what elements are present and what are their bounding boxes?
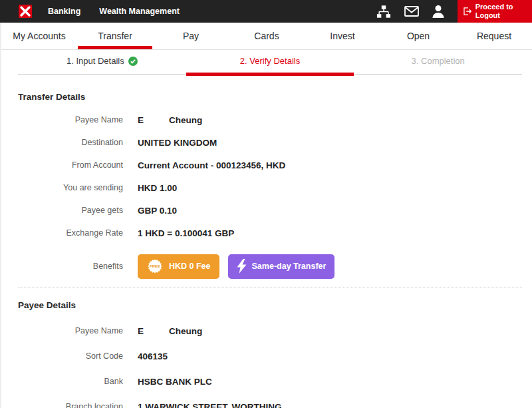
top-bar: Banking Wealth Management (0, 0, 532, 23)
row-label: From Account (18, 160, 123, 170)
row-sort-code: Sort Code 406135 (18, 343, 522, 369)
row-label: You are sending (18, 183, 123, 192)
content-frame: My Accounts Transfer Pay Cards Invest Op… (0, 23, 532, 408)
benefits-label: Benefits (18, 262, 123, 271)
row-value: 1 HKD = 0.100041 GBP (138, 228, 234, 238)
badge-zero-fee-label: HKD 0 Fee (169, 262, 211, 271)
hsbc-logo-icon (19, 5, 32, 18)
row-value: Current Account - 000123456, HKD (138, 160, 285, 170)
row-exchange-rate: Exchange Rate 1 HKD = 0.100041 GBP (18, 222, 522, 244)
nav-tab-open[interactable]: Open (380, 23, 456, 49)
topbar-actions: Proceed to Logout (376, 0, 532, 23)
payee-first-name: E (138, 326, 144, 336)
section-divider (18, 288, 522, 288)
step-indicator: 1. Input Details 2. Verify Details 3. Co… (18, 56, 522, 75)
step-completion-label: 3. Completion (412, 56, 465, 66)
benefit-badges: FREE HKD 0 Fee Same-day Transfer (138, 254, 334, 279)
payee-details-heading: Payee Details (18, 300, 522, 310)
row-benefits: Benefits FREE HKD 0 Fee (18, 250, 522, 283)
step-input-details-label: 1. Input Details (66, 56, 124, 66)
step-verify-details-label: 2. Verify Details (240, 56, 300, 66)
step-verify-details: 2. Verify Details (186, 56, 354, 74)
check-icon (128, 57, 138, 66)
svg-text:FREE: FREE (150, 264, 160, 268)
payee-last-name: Cheung (169, 326, 202, 336)
row-label: Payee gets (18, 206, 123, 215)
row-label: Payee Name (18, 115, 123, 124)
nav-tab-request[interactable]: Request (456, 23, 532, 49)
badge-zero-fee: FREE HKD 0 Fee (138, 254, 219, 279)
row-label: Payee Name (18, 326, 123, 335)
proceed-to-logout-button[interactable]: Proceed to Logout (458, 0, 532, 23)
row-bank: Bank HSBC BANK PLC (18, 369, 522, 394)
row-you-are-sending: You are sending HKD 1.00 (18, 176, 522, 199)
row-value: HSBC BANK PLC (138, 377, 212, 387)
row-branch-location: Branch location 1 WARWICK STREET, WORTHI… (18, 394, 522, 408)
payee-first-name: E (138, 115, 144, 125)
badge-same-day-transfer-label: Same-day Transfer (252, 262, 327, 271)
profile-icon[interactable] (432, 5, 444, 18)
nav-tab-transfer[interactable]: Transfer (77, 23, 153, 49)
payee-last-name: Cheung (169, 115, 202, 125)
nav-tab-my-accounts[interactable]: My Accounts (1, 23, 77, 49)
row-from-account: From Account Current Account - 000123456… (18, 154, 522, 176)
hsbc-logo[interactable] (19, 5, 32, 18)
transfer-details-heading: Transfer Details (18, 92, 522, 102)
badge-same-day-transfer: Same-day Transfer (228, 254, 335, 279)
row-label: Exchange Rate (18, 228, 123, 238)
free-burst-icon: FREE (146, 258, 164, 275)
row-label: Bank (18, 377, 123, 386)
row-label: Destination (18, 138, 123, 147)
row-value: ECheung (138, 326, 202, 336)
payee-details-section: Payee Details Payee Name ECheung Sort Co… (18, 300, 522, 408)
lightning-icon (237, 259, 247, 274)
logout-icon (463, 6, 471, 17)
row-label: Sort Code (18, 351, 123, 361)
row-value: UNITED KINGDOM (138, 138, 217, 148)
row-label: Branch location (18, 402, 123, 408)
sitemap-icon[interactable] (376, 5, 391, 19)
row-payee-gets: Payee gets GBP 0.10 (18, 199, 522, 222)
row-destination: Destination UNITED KINGDOM (18, 131, 522, 154)
row-payee-name: Payee Name ECheung (18, 108, 522, 131)
row-payee-name: Payee Name ECheung (18, 318, 522, 343)
row-value: GBP 0.10 (138, 206, 177, 216)
topbar-tab-wealth-management[interactable]: Wealth Management (99, 7, 180, 16)
main-navigation: My Accounts Transfer Pay Cards Invest Op… (1, 23, 532, 50)
step-completion: 3. Completion (354, 56, 522, 74)
topbar-tab-banking[interactable]: Banking (48, 7, 80, 16)
row-value: 1 WARWICK STREET, WORTHING (138, 402, 282, 408)
row-value: ECheung (138, 115, 202, 125)
logout-label: Proceed to Logout (475, 3, 527, 20)
nav-tab-cards[interactable]: Cards (229, 23, 305, 49)
row-value: HKD 1.00 (138, 183, 177, 193)
nav-tab-invest[interactable]: Invest (305, 23, 380, 49)
step-input-details: 1. Input Details (18, 56, 186, 74)
transfer-details-section: Transfer Details Payee Name ECheung Dest… (18, 92, 522, 283)
row-value: 406135 (138, 351, 168, 361)
nav-tab-pay[interactable]: Pay (153, 23, 229, 49)
mail-icon[interactable] (404, 6, 419, 17)
